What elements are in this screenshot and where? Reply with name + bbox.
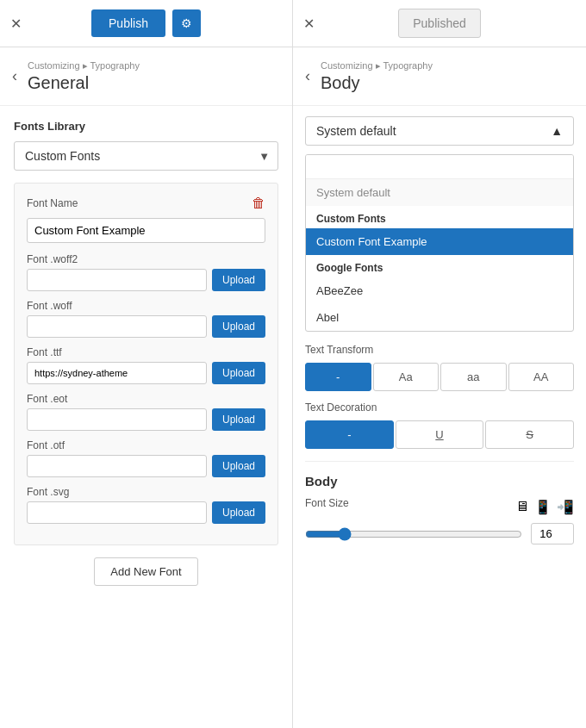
back-arrow-right[interactable]: ‹: [305, 67, 310, 85]
delete-font-icon[interactable]: 🗑: [252, 196, 265, 211]
font-eot-inputs: Upload: [27, 408, 265, 431]
font-woff-row: Font .woff Upload: [27, 300, 265, 338]
font-option-abeezee[interactable]: ABeeZee: [306, 277, 573, 304]
transform-capitalize-button[interactable]: Aa: [373, 363, 440, 391]
font-name-input[interactable]: [27, 218, 265, 243]
font-name-label: Font Name: [27, 197, 78, 209]
font-option-custom-font-example[interactable]: Custom Font Example: [306, 228, 573, 255]
top-bar-left: ✕ Publish ⚙: [0, 0, 293, 47]
font-otf-inputs: Upload: [27, 455, 265, 477]
font-svg-inputs: Upload: [27, 501, 265, 524]
font-selector-value: System default: [316, 124, 396, 138]
panel-left: ‹ Customizing ▸ Typography General Fonts…: [0, 47, 293, 728]
text-transform-row: - Aa aa AA: [305, 363, 574, 391]
font-size-label: Font Size: [305, 497, 349, 509]
font-woff-label: Font .woff: [27, 300, 265, 312]
upload-woff2-button[interactable]: Upload: [212, 269, 265, 291]
body-section: Body Font Size 🖥 📱 📲: [305, 461, 574, 544]
font-eot-row: Font .eot Upload: [27, 393, 265, 431]
font-woff-input[interactable]: [27, 315, 207, 338]
font-otf-input[interactable]: [27, 455, 207, 477]
font-ttf-input[interactable]: [27, 362, 207, 384]
top-bar-right: ✕ Published: [293, 0, 586, 47]
font-group-google-fonts: Google Fonts: [306, 255, 573, 277]
font-eot-label: Font .eot: [27, 393, 265, 405]
font-card: Font Name 🗑 Font .woff2 Upload Font .wof…: [14, 183, 278, 545]
upload-svg-button[interactable]: Upload: [212, 501, 265, 524]
upload-otf-button[interactable]: Upload: [212, 455, 265, 477]
font-card-header: Font Name 🗑: [27, 196, 265, 211]
font-search-input[interactable]: [306, 155, 573, 179]
breadcrumb-title-right: Body: [321, 73, 433, 93]
transform-lowercase-button[interactable]: aa: [440, 363, 507, 391]
breadcrumb-text-right: Customizing ▸ Typography Body: [321, 60, 433, 93]
font-dropdown-list: System default Custom Fonts Custom Font …: [305, 154, 574, 332]
close-right-button[interactable]: ✕: [303, 16, 315, 32]
font-woff2-label: Font .woff2: [27, 253, 265, 265]
desktop-icon[interactable]: 🖥: [515, 499, 529, 515]
top-bar: ✕ Publish ⚙ ✕ Published: [0, 0, 586, 47]
gear-button[interactable]: ⚙: [172, 9, 201, 37]
font-group-custom-fonts: Custom Fonts: [306, 206, 573, 228]
breadcrumb-right: ‹ Customizing ▸ Typography Body: [293, 47, 586, 106]
back-arrow-left[interactable]: ‹: [12, 67, 17, 85]
device-icons: 🖥 📱 📲: [515, 499, 574, 515]
custom-fonts-dropdown-wrapper: Custom Fonts ▼: [14, 141, 278, 171]
decoration-underline-button[interactable]: U: [396, 420, 484, 449]
tablet-icon[interactable]: 📱: [534, 499, 552, 515]
font-size-value-input[interactable]: [531, 523, 574, 544]
font-woff2-input[interactable]: [27, 269, 207, 291]
panel-right: ‹ Customizing ▸ Typography Body System d…: [293, 47, 586, 728]
upload-ttf-button[interactable]: Upload: [212, 362, 265, 384]
body-section-title: Body: [305, 474, 574, 488]
transform-none-button[interactable]: -: [305, 363, 371, 391]
font-selector-display[interactable]: System default ▲: [305, 116, 574, 146]
font-size-slider[interactable]: [305, 527, 522, 541]
font-option-abel[interactable]: Abel: [306, 304, 573, 331]
font-selector-wrapper: System default ▲: [305, 116, 574, 146]
add-new-font-wrapper: Add New Font: [14, 557, 278, 586]
transform-uppercase-button[interactable]: AA: [508, 363, 575, 391]
font-option-system-default[interactable]: System default: [306, 179, 573, 206]
font-eot-input[interactable]: [27, 408, 207, 431]
font-svg-input[interactable]: [27, 501, 207, 524]
font-woff-inputs: Upload: [27, 315, 265, 338]
breadcrumb-text-left: Customizing ▸ Typography General: [28, 60, 140, 93]
breadcrumb-left: ‹ Customizing ▸ Typography General: [0, 47, 292, 106]
publish-button[interactable]: Publish: [91, 9, 165, 37]
breadcrumb-nav-left: Customizing ▸ Typography: [28, 60, 140, 72]
font-woff2-row: Font .woff2 Upload: [27, 253, 265, 291]
mobile-icon[interactable]: 📲: [557, 499, 574, 515]
custom-fonts-select[interactable]: Custom Fonts: [14, 141, 278, 171]
text-decoration-row: - U S: [305, 420, 574, 449]
font-ttf-label: Font .ttf: [27, 346, 265, 358]
breadcrumb-title-left: General: [28, 73, 140, 93]
right-panel-content: System default ▲ System default Custom F…: [293, 106, 586, 728]
upload-eot-button[interactable]: Upload: [212, 408, 265, 431]
font-woff2-inputs: Upload: [27, 269, 265, 291]
text-decoration-label: Text Decoration: [305, 401, 574, 414]
breadcrumb-nav-right: Customizing ▸ Typography: [321, 60, 433, 72]
decoration-strikethrough-button[interactable]: S: [485, 420, 574, 449]
add-new-font-button[interactable]: Add New Font: [94, 557, 197, 586]
panel-left-content: Fonts Library Custom Fonts ▼ Font Name 🗑…: [0, 106, 292, 728]
font-svg-label: Font .svg: [27, 486, 265, 498]
font-otf-row: Font .otf Upload: [27, 439, 265, 477]
panels: ‹ Customizing ▸ Typography General Fonts…: [0, 47, 586, 728]
decoration-none-button[interactable]: -: [305, 420, 394, 449]
close-left-button[interactable]: ✕: [10, 16, 22, 32]
published-badge: Published: [398, 9, 481, 38]
text-transform-label: Text Transform: [305, 344, 574, 356]
font-otf-label: Font .otf: [27, 439, 265, 451]
font-ttf-row: Font .ttf Upload: [27, 346, 265, 384]
font-selector-chevron-icon: ▲: [551, 124, 563, 138]
font-ttf-inputs: Upload: [27, 362, 265, 384]
font-svg-row: Font .svg Upload: [27, 486, 265, 524]
upload-woff-button[interactable]: Upload: [212, 315, 265, 338]
font-size-slider-row: [305, 523, 574, 544]
fonts-library-label: Fonts Library: [14, 120, 278, 133]
